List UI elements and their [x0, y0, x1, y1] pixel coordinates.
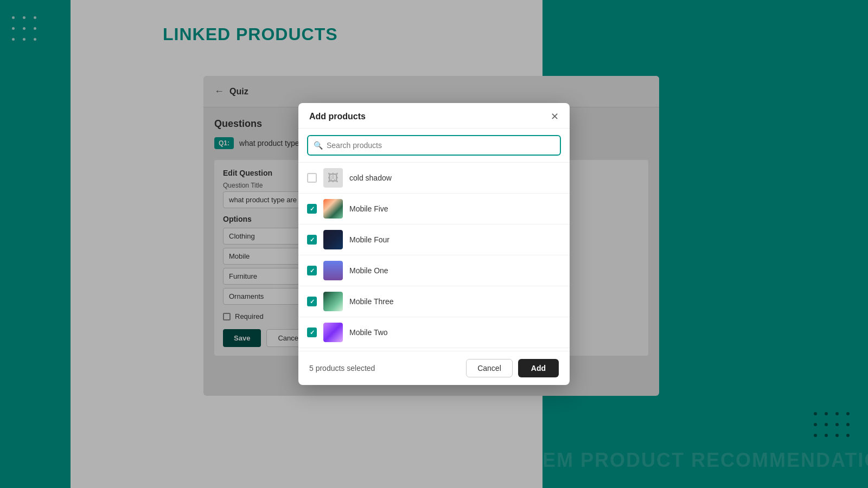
list-item[interactable]: Mobile Three — [298, 286, 570, 317]
product-thumb-cold-shadow: 🖼 — [323, 168, 343, 188]
add-products-modal: Add products ✕ 🔍 🖼 cold shadow — [298, 103, 570, 385]
product-thumb-mobile-two — [323, 323, 343, 342]
product-checkbox-mobile-three[interactable] — [307, 297, 317, 306]
product-checkbox-mobile-five[interactable] — [307, 204, 317, 214]
product-thumb-mobile-five — [323, 199, 343, 219]
product-name-mobile-two: Mobile Two — [349, 328, 388, 337]
modal-add-button[interactable]: Add — [518, 359, 559, 377]
product-thumb-mobile-three — [323, 292, 343, 311]
product-name-cold-shadow: cold shadow — [349, 174, 392, 182]
search-icon: 🔍 — [314, 141, 323, 150]
list-item[interactable]: Mobile Five — [298, 194, 570, 224]
product-checkbox-mobile-four[interactable] — [307, 235, 317, 245]
list-item[interactable]: Mobile One — [298, 255, 570, 286]
modal-overlay: Add products ✕ 🔍 🖼 cold shadow — [0, 0, 868, 488]
footer-buttons: Cancel Add — [466, 359, 559, 377]
product-name-mobile-three: Mobile Three — [349, 297, 393, 306]
product-name-mobile-one: Mobile One — [349, 266, 388, 275]
modal-footer: 5 products selected Cancel Add — [298, 351, 570, 385]
product-thumb-mobile-one — [323, 261, 343, 280]
modal-title: Add products — [309, 112, 366, 121]
product-checkbox-cold-shadow[interactable] — [307, 173, 317, 183]
product-checkbox-mobile-one[interactable] — [307, 266, 317, 275]
list-item[interactable]: 🖼 cold shadow — [298, 163, 570, 194]
selected-count: 5 products selected — [309, 364, 375, 373]
modal-search-section: 🔍 — [298, 129, 570, 163]
product-name-mobile-four: Mobile Four — [349, 235, 390, 244]
product-name-mobile-five: Mobile Five — [349, 204, 388, 213]
modal-close-button[interactable]: ✕ — [551, 112, 559, 121]
product-list: 🖼 cold shadow Mobile Five Mobile Four — [298, 163, 570, 351]
search-wrapper: 🔍 — [307, 135, 561, 156]
product-checkbox-mobile-two[interactable] — [307, 328, 317, 337]
list-item[interactable]: Mobile Four — [298, 224, 570, 255]
list-item[interactable]: Mobile Two — [298, 317, 570, 348]
modal-header: Add products ✕ — [298, 103, 570, 129]
product-thumb-mobile-four — [323, 230, 343, 249]
search-input[interactable] — [307, 135, 561, 156]
modal-cancel-button[interactable]: Cancel — [466, 359, 513, 377]
